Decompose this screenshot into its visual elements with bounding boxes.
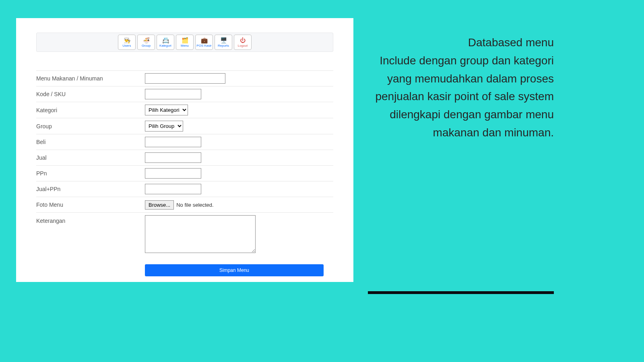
label-beli: Beli [36,134,145,150]
select-group[interactable]: Pilih Group [145,121,183,132]
label-foto-menu: Foto Menu [36,197,145,213]
nav-reports-icon: 🖥️ [220,37,227,43]
file-selected-text: No file selected. [176,202,214,208]
nav-kategori-icon: 📇 [162,37,169,43]
nav-group-label: Group [142,44,151,47]
label-keterangan: Keterangan [36,213,145,257]
nav-kategori-label: Kategori [159,44,171,47]
nav-users-icon: 👨‍🍳 [124,37,130,43]
form-panel: 👨‍🍳Users🍜Group📇Kategori🗂️Menu💼POS Kasir🖥… [16,18,353,282]
nav-pos-kasir-icon: 💼 [201,37,208,43]
nav-pos-kasir[interactable]: 💼POS Kasir [195,35,213,50]
input-kode-sku[interactable] [145,89,201,99]
nav-menu-label: Menu [181,44,189,47]
nav-logout-label: Logout [238,44,248,47]
input-menu-makanan[interactable] [145,73,225,84]
nav-logout[interactable]: ⏻Logout [234,35,252,50]
nav-kategori[interactable]: 📇Kategori [157,35,174,50]
nav-group[interactable]: 🍜Group [137,35,155,50]
nav-bar: 👨‍🍳Users🍜Group📇Kategori🗂️Menu💼POS Kasir🖥… [36,33,333,52]
description-title: Databased menu [369,34,554,52]
textarea-keterangan[interactable] [145,215,256,253]
label-jual-ppn: Jual+PPn [36,181,145,197]
label-kategori: Kategori [36,102,145,118]
description-text: Databased menu Include dengan group dan … [369,34,554,142]
nav-group-icon: 🍜 [143,37,150,43]
input-ppn[interactable] [145,168,201,179]
nav-users[interactable]: 👨‍🍳Users [118,35,136,50]
nav-reports[interactable]: 🖥️Reports [215,35,232,50]
label-ppn: PPn [36,166,145,181]
underline-bar [368,291,554,294]
input-beli[interactable] [145,137,201,147]
label-kode-sku: Kode / SKU [36,86,145,102]
label-menu-makanan: Menu Makanan / Minuman [36,71,145,86]
nav-menu-icon: 🗂️ [182,37,188,43]
description-body: Include dengan group dan kategori yang m… [369,52,554,142]
nav-logout-icon: ⏻ [240,37,246,43]
input-jual[interactable] [145,152,201,163]
label-group: Group [36,118,145,134]
menu-form: Menu Makanan / Minuman Kode / SKU Katego… [36,70,333,276]
nav-users-label: Users [123,44,131,47]
label-jual: Jual [36,150,145,166]
input-jual-ppn[interactable] [145,184,201,194]
nav-pos-kasir-label: POS Kasir [196,44,211,47]
submit-button[interactable]: Simpan Menu [145,264,324,276]
select-kategori[interactable]: Pilih Kategori [145,105,188,115]
nav-menu[interactable]: 🗂️Menu [176,35,194,50]
nav-reports-label: Reports [218,44,229,47]
browse-button[interactable]: Browse... [145,200,174,210]
